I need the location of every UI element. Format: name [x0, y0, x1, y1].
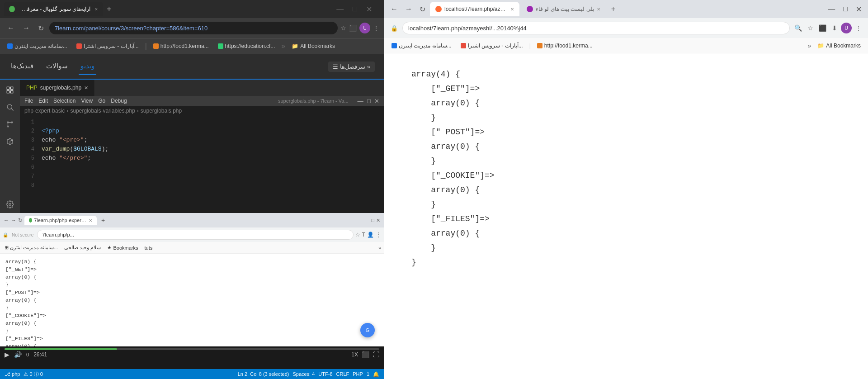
- right-tab2-close[interactable]: ✕: [597, 7, 600, 12]
- fullscreen-btn[interactable]: ⛶: [373, 351, 379, 358]
- right-refresh-btn[interactable]: ↻: [417, 3, 428, 15]
- mini-menu-icon[interactable]: ⋮: [376, 232, 381, 238]
- right-tab-close[interactable]: ✕: [510, 7, 514, 12]
- tab-video[interactable]: ویدیو: [79, 58, 96, 75]
- right-address-input[interactable]: [402, 22, 790, 34]
- mini-translate-icon[interactable]: T: [362, 232, 365, 238]
- forward-button-left[interactable]: →: [20, 22, 33, 34]
- mini-profile-icon[interactable]: 👤: [367, 232, 374, 238]
- play-pause-btn[interactable]: ▶: [5, 351, 9, 358]
- status-language[interactable]: PHP: [353, 371, 363, 377]
- translate-popup[interactable]: G: [360, 323, 375, 337]
- mini-bm-tuts[interactable]: tuts: [142, 245, 154, 251]
- editor-close[interactable]: ✕: [374, 98, 379, 104]
- minimize-button-left[interactable]: —: [334, 4, 346, 14]
- menu-icon-left[interactable]: ⋮: [373, 24, 379, 32]
- right-bm-food[interactable]: http://food1.kerma...: [534, 42, 595, 50]
- menu-edit[interactable]: Edit: [38, 98, 48, 104]
- right-bm-more[interactable]: »: [808, 42, 811, 49]
- right-back-btn[interactable]: ←: [388, 3, 401, 15]
- right-new-tab-btn[interactable]: +: [608, 5, 619, 13]
- editor-tab-close[interactable]: ✕: [84, 85, 88, 91]
- bm-education-left[interactable]: https://education.cf...: [215, 42, 278, 50]
- bm-samane-left[interactable]: سامانه مدیریت اینترن...: [5, 42, 70, 50]
- right-forward-btn[interactable]: →: [402, 3, 415, 15]
- sidebar-git-icon[interactable]: [3, 118, 17, 131]
- svg-point-8: [7, 122, 9, 123]
- right-minimize-btn[interactable]: —: [825, 4, 838, 14]
- right-extensions-icon[interactable]: ⬛: [817, 24, 828, 33]
- expand-sidebar-btn[interactable]: « سرفصل‌ها ☰: [328, 62, 375, 72]
- right-bm-all[interactable]: 📁 All Bookmarks: [815, 42, 863, 50]
- breadcrumb-variables[interactable]: superglobals-variables.php: [70, 108, 135, 114]
- mini-back-btn[interactable]: ←: [4, 217, 9, 223]
- right-bm-samane[interactable]: سامانه مدیریت اینترن...: [389, 42, 454, 50]
- code-content[interactable]: <?php echo "<pre>"; var_dump($GLOBALS); …: [38, 116, 384, 213]
- active-tab[interactable]: آرایه‌های سوپر گلوبال - معرفی سـ... ×: [4, 2, 103, 16]
- mini-star-icon[interactable]: ☆: [355, 232, 360, 238]
- tab-questions[interactable]: سوالات: [44, 58, 70, 75]
- profile-icon-left[interactable]: U: [359, 23, 370, 33]
- mini-address-input[interactable]: [37, 230, 353, 240]
- breadcrumb-root[interactable]: php-expert-basic: [24, 108, 65, 114]
- speed-display[interactable]: 1X: [351, 351, 358, 358]
- menu-view[interactable]: View: [81, 98, 93, 104]
- status-encoding[interactable]: UTF-8: [318, 371, 332, 377]
- mini-bm-more[interactable]: »: [378, 245, 381, 251]
- right-active-tab[interactable]: localhost/7learn.php/azmay... ✕: [430, 2, 519, 16]
- right-profile-avatar[interactable]: U: [841, 23, 852, 33]
- status-line-col[interactable]: Ln 2, Col 8 (3 selected): [238, 371, 289, 377]
- right-search-icon[interactable]: 🔍: [793, 24, 804, 33]
- menu-go[interactable]: Go: [98, 98, 105, 104]
- address-input-left[interactable]: [49, 22, 338, 34]
- mini-maximize-btn[interactable]: □: [371, 218, 374, 223]
- pip-btn[interactable]: ⬛: [362, 351, 369, 358]
- mini-refresh-btn[interactable]: ↻: [18, 217, 23, 223]
- menu-file[interactable]: File: [24, 98, 33, 104]
- mini-forward-btn[interactable]: →: [11, 217, 16, 223]
- tab-feedback[interactable]: فیدبک‌ها: [9, 58, 35, 75]
- tab-close-btn[interactable]: ×: [95, 7, 98, 12]
- sidebar-extensions-icon[interactable]: [3, 135, 17, 148]
- mini-bm-user[interactable]: سلام وحید صالحی: [62, 244, 103, 251]
- status-spaces[interactable]: Spaces: 4: [292, 371, 315, 377]
- extensions-icon-left[interactable]: ⬛: [349, 24, 357, 32]
- editor-file-tab[interactable]: PHP superglobals.php ✕: [20, 80, 95, 96]
- mini-new-tab-btn[interactable]: +: [99, 217, 108, 224]
- menu-debug[interactable]: Debug: [111, 98, 127, 104]
- sidebar-explorer-icon[interactable]: [3, 83, 17, 97]
- back-button-left[interactable]: ←: [5, 22, 17, 34]
- close-button-left[interactable]: ✕: [363, 4, 375, 14]
- bm-aparat-left[interactable]: آبارات - سرویس اشترا...: [74, 42, 142, 50]
- maximize-button-left[interactable]: □: [350, 4, 360, 14]
- right-second-tab[interactable]: پلی لیست بیت های لو فاء ✕: [521, 2, 606, 16]
- right-bm-aparat[interactable]: آبارات - سرویس اشترا...: [458, 42, 526, 50]
- editor-minimize[interactable]: —: [358, 98, 363, 104]
- video-progress-bar[interactable]: [5, 348, 379, 350]
- sidebar-settings-icon[interactable]: [3, 198, 17, 211]
- bm-all-left[interactable]: 📁 All Bookmarks: [289, 42, 338, 50]
- mini-close-btn[interactable]: ✕: [376, 218, 380, 223]
- mini-active-tab[interactable]: 7learn.php/php-expert-basic/su... ✕: [24, 216, 97, 225]
- bookmark-icon-left[interactable]: ☆: [340, 24, 346, 32]
- status-line-ending[interactable]: CRLF: [336, 371, 349, 377]
- breadcrumb-file[interactable]: superglobals.php: [141, 108, 182, 114]
- right-download-icon[interactable]: ⬇: [830, 24, 839, 33]
- right-menu-icon[interactable]: ⋮: [854, 24, 863, 33]
- refresh-button-left[interactable]: ↻: [35, 22, 47, 34]
- menu-selection[interactable]: Selection: [53, 98, 75, 104]
- bm-food-left[interactable]: http://food1.kerma...: [151, 42, 212, 50]
- mini-tab-close[interactable]: ✕: [89, 218, 92, 223]
- right-star-icon[interactable]: ☆: [806, 24, 815, 33]
- right-close-btn[interactable]: ✕: [853, 4, 864, 14]
- volume-btn[interactable]: 🔊: [14, 351, 22, 358]
- mini-bm-bookmarks[interactable]: ★ Bookmarks: [105, 244, 140, 251]
- editor-maximize[interactable]: □: [367, 98, 371, 104]
- right-browser-content: array(4) { ["_GET"]=> array(0) { } ["_PO…: [384, 53, 868, 379]
- new-tab-button[interactable]: +: [103, 5, 115, 14]
- profile-avatar-left[interactable]: U: [359, 23, 370, 33]
- code-editor-area[interactable]: 1 2 3 4 5 6 7 8 <?php echo "<pre>"; var_…: [20, 116, 384, 213]
- mini-bm-apps[interactable]: ⊞ سامانه مدیریت اینترن...: [3, 244, 60, 251]
- sidebar-search-icon[interactable]: [3, 100, 17, 114]
- right-maximize-btn[interactable]: □: [840, 4, 850, 14]
